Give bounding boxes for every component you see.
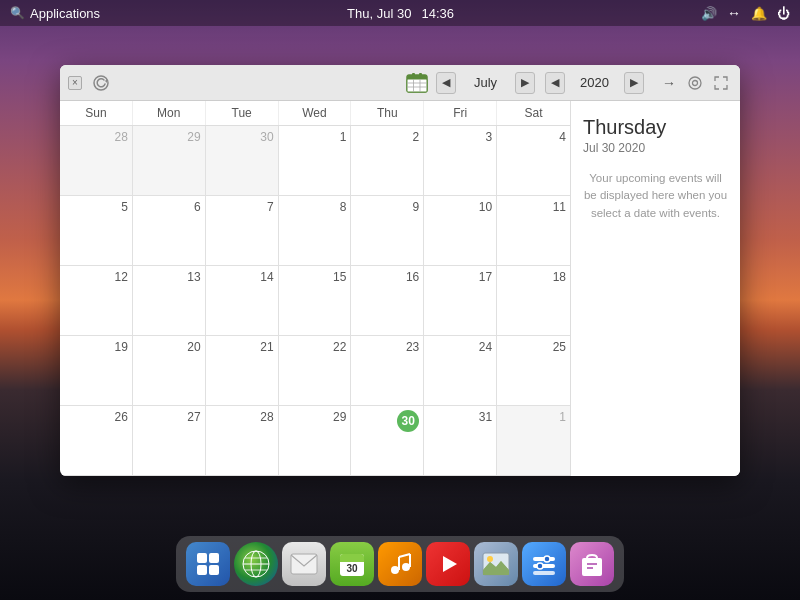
calendar-view-button[interactable] <box>404 70 430 96</box>
day-header-wed: Wed <box>279 101 352 125</box>
fullscreen-button[interactable] <box>710 72 732 94</box>
table-row[interactable]: 13 <box>133 266 206 336</box>
volume-icon[interactable]: 🔊 <box>701 6 717 21</box>
dock-photos[interactable] <box>474 542 518 586</box>
sidebar-events-message: Your upcoming events will be displayed h… <box>583 170 728 222</box>
next-year-button[interactable]: ▶ <box>624 72 644 94</box>
svg-rect-40 <box>582 558 602 576</box>
week-1: 28 29 30 1 2 3 4 <box>60 126 570 196</box>
week-3: 12 13 14 15 16 17 18 <box>60 266 570 336</box>
dock-calendar[interactable]: 30 <box>330 542 374 586</box>
refresh-button[interactable] <box>88 70 114 96</box>
table-row[interactable]: 9 <box>351 196 424 266</box>
calendar-window: × ◀ July ▶ <box>60 65 740 476</box>
table-row[interactable]: 19 <box>60 336 133 406</box>
table-row[interactable]: 28 <box>60 126 133 196</box>
svg-marker-1 <box>105 79 107 83</box>
week-5: 26 27 28 29 30 31 1 <box>60 406 570 476</box>
svg-point-26 <box>391 566 399 574</box>
table-row[interactable]: 14 <box>206 266 279 336</box>
dock-music[interactable] <box>378 542 422 586</box>
sidebar-date: Jul 30 2020 <box>583 141 728 155</box>
svg-point-39 <box>537 563 543 569</box>
calendar-content: Sun Mon Tue Wed Thu Fri Sat 28 29 30 1 2… <box>60 101 740 476</box>
today-badge: 30 <box>397 410 419 432</box>
topbar: 🔍 Applications Thu, Jul 30 14:36 🔊 ↔ 🔔 ⏻ <box>0 0 800 26</box>
table-row[interactable]: 5 <box>60 196 133 266</box>
prev-year-button[interactable]: ◀ <box>545 72 565 94</box>
month-nav: ◀ July ▶ <box>436 72 535 94</box>
next-month-button[interactable]: ▶ <box>515 72 535 94</box>
table-row[interactable]: 30 <box>206 126 279 196</box>
calendar-sidebar: Thursday Jul 30 2020 Your upcoming event… <box>570 101 740 476</box>
applications-label[interactable]: Applications <box>30 6 100 21</box>
svg-point-33 <box>487 556 493 562</box>
table-row[interactable]: 7 <box>206 196 279 266</box>
notification-icon[interactable]: 🔔 <box>751 6 767 21</box>
sync-button[interactable]: → <box>658 72 680 94</box>
table-row[interactable]: 3 <box>424 126 497 196</box>
dock-video[interactable] <box>426 542 470 586</box>
year-label: 2020 <box>567 73 622 92</box>
dock-app-switcher[interactable] <box>186 542 230 586</box>
topbar-left: 🔍 Applications <box>10 6 100 21</box>
close-button[interactable]: × <box>68 76 82 90</box>
table-row[interactable]: 29 <box>133 126 206 196</box>
svg-line-30 <box>399 554 410 557</box>
table-row[interactable]: 16 <box>351 266 424 336</box>
date-label: Thu, Jul 30 <box>347 6 411 21</box>
svg-text:30: 30 <box>346 563 358 574</box>
day-header-sun: Sun <box>60 101 133 125</box>
day-header-fri: Fri <box>424 101 497 125</box>
table-row[interactable]: 27 <box>133 406 206 476</box>
topbar-right: 🔊 ↔ 🔔 ⏻ <box>701 5 790 21</box>
table-row[interactable]: 8 <box>279 196 352 266</box>
day-header-sat: Sat <box>497 101 570 125</box>
table-row[interactable]: 25 <box>497 336 570 406</box>
svg-rect-12 <box>197 553 207 563</box>
dock-settings[interactable] <box>522 542 566 586</box>
calendar-main: Sun Mon Tue Wed Thu Fri Sat 28 29 30 1 2… <box>60 101 570 476</box>
table-row[interactable]: 26 <box>60 406 133 476</box>
power-icon[interactable]: ⏻ <box>777 6 790 21</box>
table-row[interactable]: 1 <box>279 126 352 196</box>
dock: 30 <box>176 536 624 592</box>
dock-mail[interactable] <box>282 542 326 586</box>
table-row[interactable]: 23 <box>351 336 424 406</box>
close-icon: × <box>72 77 78 88</box>
month-label: July <box>458 73 513 92</box>
table-row[interactable]: 28 <box>206 406 279 476</box>
topbar-center: Thu, Jul 30 14:36 <box>347 6 454 21</box>
table-row[interactable]: 18 <box>497 266 570 336</box>
svg-rect-14 <box>197 565 207 575</box>
dock-browser[interactable] <box>234 542 278 586</box>
table-row[interactable]: 12 <box>60 266 133 336</box>
table-row[interactable]: 17 <box>424 266 497 336</box>
svg-rect-37 <box>533 571 555 575</box>
day-header-tue: Tue <box>206 101 279 125</box>
dock-store[interactable] <box>570 542 614 586</box>
sidebar-day-name: Thursday <box>583 116 728 139</box>
table-row[interactable]: 10 <box>424 196 497 266</box>
day-header-mon: Mon <box>133 101 206 125</box>
svg-rect-3 <box>407 79 427 92</box>
svg-point-38 <box>544 556 550 562</box>
table-row[interactable]: 24 <box>424 336 497 406</box>
table-row[interactable]: 21 <box>206 336 279 406</box>
time-label: 14:36 <box>421 6 454 21</box>
table-row[interactable]: 4 <box>497 126 570 196</box>
today-cell[interactable]: 30 <box>351 406 424 476</box>
table-row[interactable]: 15 <box>279 266 352 336</box>
table-row[interactable]: 31 <box>424 406 497 476</box>
table-row[interactable]: 1 <box>497 406 570 476</box>
table-row[interactable]: 29 <box>279 406 352 476</box>
table-row[interactable]: 6 <box>133 196 206 266</box>
table-row[interactable]: 22 <box>279 336 352 406</box>
table-row[interactable]: 20 <box>133 336 206 406</box>
settings-button[interactable] <box>684 72 706 94</box>
svg-rect-21 <box>291 554 317 574</box>
svg-rect-24 <box>340 558 364 562</box>
table-row[interactable]: 2 <box>351 126 424 196</box>
prev-month-button[interactable]: ◀ <box>436 72 456 94</box>
table-row[interactable]: 11 <box>497 196 570 266</box>
